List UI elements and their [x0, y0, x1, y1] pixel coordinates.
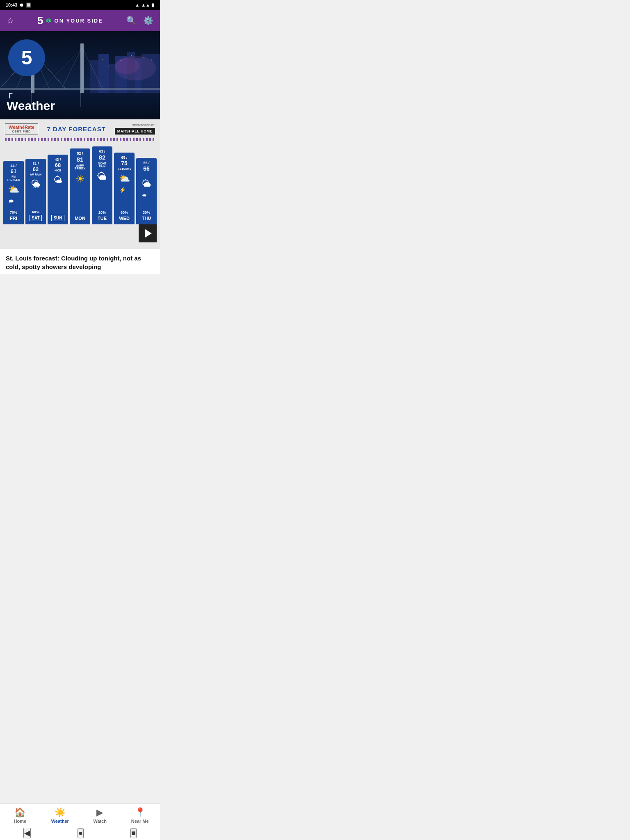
- forecast-title-area: 7 DAY FORECAST: [38, 126, 115, 133]
- favorite-button[interactable]: ☆: [7, 16, 14, 25]
- bar-day-wed: WED: [117, 215, 131, 221]
- bar-precip-tue: 20%: [98, 210, 106, 215]
- bar-temp-wed: 65 / 75: [121, 155, 128, 167]
- hero-logo-5: 5: [21, 48, 32, 68]
- forecast-container: WeathéRate CERTIFIED 7 DAY FORECAST SPON…: [0, 119, 160, 249]
- forecast-bar-tue: 63 / 82 NIGHTRAIN 🌥 20% TUE: [92, 146, 112, 224]
- forecast-bar-fri: 44 / 61 PMTHUNDER ⛅🌧 70% FRI: [3, 161, 24, 224]
- search-button[interactable]: 🔍: [126, 16, 137, 25]
- svg-point-14: [151, 59, 153, 61]
- status-bar: 10:43 ⏺ 🔲 ▲ ▲▲ ▮: [0, 0, 160, 10]
- bar-temp-sun: 43 / 68: [55, 157, 61, 169]
- play-triangle-icon: [145, 229, 152, 237]
- forecast-stripe: [5, 138, 155, 141]
- bar-condition-sun: NICE: [55, 169, 61, 172]
- bar-condition-mon: WARMBREEZY: [75, 164, 85, 171]
- forecast-section: WeathéRate CERTIFIED 7 DAY FORECAST SPON…: [0, 119, 160, 249]
- bar-condition-fri: PMTHUNDER: [7, 175, 20, 182]
- status-time: 10:43: [6, 2, 17, 7]
- status-icon-recorder: ⏺: [19, 2, 24, 7]
- bar-day-sun: SUN: [51, 215, 64, 221]
- bar-temp-mon: 52 / 81: [77, 151, 84, 163]
- bar-condition-tue: NIGHTRAIN: [98, 162, 106, 169]
- weatherate-top: WeathéRate: [9, 125, 34, 130]
- logo-nbc-icon: 🦚: [46, 18, 52, 23]
- svg-point-9: [102, 59, 103, 60]
- weatherate-cert: CERTIFIED: [12, 130, 31, 133]
- logo: 5 🦚 ON YOUR SIDE: [37, 14, 103, 27]
- svg-point-29: [115, 58, 139, 74]
- bar-day-sat: SAT: [30, 215, 41, 221]
- svg-rect-24: [80, 43, 84, 93]
- bar-day-mon: MON: [73, 215, 87, 221]
- forecast-header: WeathéRate CERTIFIED 7 DAY FORECAST SPON…: [0, 119, 160, 137]
- bar-condition-wed: T-STORMS: [117, 167, 131, 171]
- logo-text: ON YOUR SIDE: [55, 18, 103, 24]
- bar-temp-tue: 63 / 82: [99, 149, 106, 161]
- sponsored-by-label: SPONSORED BY: [115, 124, 155, 127]
- headline-text: St. Louis forecast: Clouding up tonight,…: [6, 255, 141, 270]
- bar-icon-mon: ☀: [75, 173, 85, 185]
- forecast-bar-mon: 52 / 81 WARMBREEZY ☀ — MON: [70, 148, 90, 224]
- bar-icon-wed: ⛅⚡: [119, 173, 130, 194]
- bar-day-thu: THU: [140, 215, 153, 221]
- bar-precip-sat: 60%: [32, 210, 39, 214]
- bar-precip-fri: 70%: [10, 210, 17, 215]
- star-icon: ☆: [7, 16, 14, 25]
- forecast-bar-sun: 43 / 68 NICE 🌤 — SUN: [48, 155, 68, 224]
- bar-temp-sat: 51 / 62: [32, 161, 39, 173]
- bar-precip-wed: 60%: [121, 210, 128, 215]
- bar-icon-sun: 🌤: [53, 175, 62, 185]
- bar-icon-thu: 🌥🌧: [142, 178, 151, 200]
- bar-precip-thu: 30%: [143, 210, 150, 215]
- bar-icon-tue: 🌥: [97, 171, 107, 182]
- play-button[interactable]: [139, 224, 157, 242]
- hero-logo-circle: 5: [8, 39, 45, 76]
- forecast-bar-sat: 51 / 62 AM RAIN 🌦 60% SAT: [25, 159, 46, 224]
- bar-temp-thu: 55 / 66: [143, 160, 150, 172]
- sponsor-area: SPONSORED BY MARSHALL HOME: [115, 124, 155, 134]
- hero-bracket: ┌: [7, 89, 12, 98]
- bar-day-fri: FRI: [8, 215, 19, 221]
- hero-title: Weather: [7, 99, 55, 113]
- forecast-bar-thu: 55 / 66 — 🌥🌧 30% THU: [136, 158, 157, 224]
- bar-temp-fri: 44 / 61: [10, 163, 16, 175]
- status-icon-battery-small: 🔲: [26, 2, 32, 8]
- status-right: ▲ ▲▲ ▮: [135, 2, 154, 8]
- bar-icon-fri: ⛅🌧: [8, 184, 19, 205]
- signal-icon: ▲▲: [141, 2, 150, 7]
- bar-icon-sat: 🌦: [31, 179, 40, 189]
- headline-bar[interactable]: St. Louis forecast: Clouding up tonight,…: [0, 249, 160, 274]
- header: ☆ 5 🦚 ON YOUR SIDE 🔍 ⚙️: [0, 10, 160, 31]
- battery-icon: ▮: [152, 2, 154, 8]
- forecast-title: 7 DAY FORECAST: [47, 126, 106, 132]
- weatherate-badge: WeathéRate CERTIFIED: [5, 123, 38, 135]
- hero-banner: 5 ┌ Weather: [0, 31, 160, 119]
- bar-condition-sat: AM RAIN: [30, 173, 41, 176]
- wifi-icon: ▲: [135, 2, 139, 7]
- hero-bottom: ┌ Weather: [7, 89, 55, 113]
- svg-rect-27: [80, 91, 81, 107]
- bar-day-tue: TUE: [96, 215, 108, 221]
- settings-button[interactable]: ⚙️: [143, 16, 153, 25]
- gear-icon: ⚙️: [143, 16, 153, 25]
- logo-number: 5: [37, 14, 43, 27]
- sponsor-name: MARSHALL HOME: [115, 128, 155, 135]
- search-icon: 🔍: [126, 16, 137, 25]
- header-icons: 🔍 ⚙️: [126, 16, 153, 25]
- svg-rect-3: [98, 54, 109, 93]
- forecast-bars: 44 / 61 PMTHUNDER ⛅🌧 70% FRI 51 / 62 AM …: [0, 142, 160, 224]
- svg-point-10: [108, 66, 109, 66]
- status-left: 10:43 ⏺ 🔲: [6, 2, 32, 8]
- forecast-bar-wed: 65 / 75 T-STORMS ⛅⚡ 60% WED: [114, 153, 135, 224]
